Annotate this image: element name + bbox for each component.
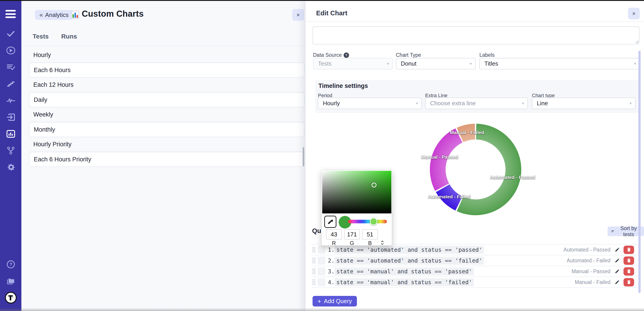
chevron-down-icon: ▼ (386, 62, 390, 66)
blue-input[interactable] (362, 229, 378, 239)
edit-pencil-icon[interactable] (614, 247, 620, 252)
chevron-down-icon: ▼ (634, 62, 637, 66)
tabs-divider (22, 46, 306, 46)
query-color-swatch[interactable] (318, 246, 325, 253)
labels-select[interactable]: Titles▼ (480, 58, 640, 69)
window-top-edge (0, 0, 644, 1)
list-check-icon[interactable] (0, 61, 22, 74)
period-select[interactable]: Hourly▼ (318, 98, 422, 109)
green-input[interactable] (344, 229, 360, 239)
edit-pencil-icon[interactable] (614, 279, 620, 285)
list-item-label: Monthly (34, 126, 55, 133)
left-panel-scrollbar[interactable] (303, 147, 304, 166)
tab-runs[interactable]: Runs (61, 33, 77, 40)
add-query-button[interactable]: + Add Query (312, 296, 357, 306)
query-title: Manual - Failed (575, 279, 610, 285)
app-logo[interactable] (0, 291, 22, 304)
blue-label: B (362, 240, 378, 246)
list-item[interactable]: Monthly (29, 122, 304, 137)
list-item[interactable]: Daily (29, 92, 304, 107)
extra-line-select[interactable]: Choose extra line▼ (425, 98, 528, 109)
list-item[interactable]: Each 6 Hours Priority (29, 152, 304, 167)
close-icon: × (296, 12, 300, 19)
page-title: Custom Charts (82, 9, 144, 19)
left-panel-close-button[interactable]: × (292, 9, 304, 21)
eyedropper-icon (327, 219, 334, 225)
query-code: state == 'manual' and status == 'passed' (334, 267, 474, 275)
folders-icon[interactable] (0, 275, 22, 287)
saturation-area[interactable] (322, 171, 391, 213)
query-title: Automated - Failed (567, 258, 610, 264)
hue-slider[interactable] (348, 220, 387, 223)
pulse-icon[interactable] (0, 94, 22, 107)
donut-chart[interactable]: Automated - PassedAutomated - FailedManu… (423, 117, 528, 222)
charts-list-panel: « Analytics Custom Charts × Tests Runs H… (22, 0, 306, 311)
description-textarea[interactable] (312, 26, 640, 44)
trash-icon (627, 258, 631, 263)
svg-text:?: ? (9, 262, 12, 267)
delete-query-button[interactable] (624, 278, 634, 286)
query-number: 4. (328, 279, 334, 285)
check-icon[interactable] (0, 28, 22, 40)
data-source-select[interactable]: Tests▼ (313, 58, 393, 69)
header-divider (306, 22, 644, 22)
list-item-label: Daily (34, 97, 47, 103)
trash-icon (627, 269, 631, 274)
query-code: state == 'automated' and status == 'fail… (334, 257, 484, 264)
color-mode-stepper-icon[interactable] (380, 240, 384, 245)
list-item[interactable]: Each 12 Hours (29, 78, 304, 92)
list-item-label: Each 12 Hours (33, 81, 74, 88)
chevron-down-icon: ▼ (415, 101, 418, 105)
bar-chart-icon-active[interactable] (0, 128, 22, 140)
timeline-settings-title: Timeline settings (318, 83, 368, 90)
hamburger-menu-icon[interactable] (6, 10, 16, 18)
play-circle-icon[interactable] (0, 44, 22, 57)
chart-type-label: Chart Type (396, 52, 421, 58)
query-title: Manual - Passed (572, 268, 610, 274)
sidebar: ? (0, 0, 22, 311)
query-color-swatch[interactable] (318, 267, 325, 275)
help-icon[interactable]: ? (344, 53, 349, 58)
list-item[interactable]: Weekly (29, 107, 304, 122)
timeline-chart-type-select[interactable]: Line▼ (532, 98, 636, 109)
trash-icon (627, 247, 631, 252)
eyedropper-button[interactable] (324, 216, 336, 228)
edit-chart-close-button[interactable]: × (628, 8, 640, 19)
window-bottom-edge (0, 308, 644, 311)
saturation-cursor[interactable] (372, 183, 376, 187)
drag-handle-icon[interactable] (312, 268, 316, 274)
trash-icon (627, 280, 631, 285)
query-color-swatch[interactable] (318, 278, 325, 286)
delete-query-button[interactable] (624, 246, 634, 254)
green-label: G (344, 240, 360, 246)
red-input[interactable] (326, 229, 342, 239)
list-item-label: Hourly (33, 52, 51, 59)
delete-query-button[interactable] (624, 256, 634, 265)
list-item[interactable]: Hourly (29, 48, 304, 63)
list-item[interactable]: Each 6 Hours (29, 63, 304, 78)
color-picker: R G B (321, 170, 392, 246)
query-code: state == 'automated' and status == 'pass… (334, 246, 484, 254)
branch-icon[interactable] (0, 144, 22, 157)
help-icon[interactable]: ? (0, 258, 22, 271)
edit-pencil-icon[interactable] (614, 258, 620, 263)
edit-pencil-icon[interactable] (614, 269, 620, 274)
gear-icon[interactable] (0, 161, 22, 174)
back-to-analytics-button[interactable]: « Analytics (35, 10, 73, 20)
list-item-label: Each 6 Hours Priority (34, 156, 91, 163)
steps-icon[interactable] (0, 78, 22, 90)
drag-handle-icon[interactable] (312, 257, 316, 264)
labels-label: Labels (480, 52, 495, 58)
list-item-label: Weekly (33, 111, 53, 118)
tab-tests[interactable]: Tests (33, 33, 49, 40)
query-color-swatch[interactable] (318, 257, 325, 264)
delete-query-button[interactable] (624, 267, 634, 276)
donut-segment[interactable] (430, 128, 462, 191)
sign-in-icon[interactable] (0, 111, 22, 124)
hue-slider-thumb[interactable] (370, 218, 378, 225)
list-item[interactable]: Hourly Priority (29, 137, 304, 152)
chart-type-select[interactable]: Donut▼ (396, 58, 476, 69)
drag-handle-icon[interactable] (312, 246, 316, 253)
edit-panel-scrollbar[interactable] (638, 51, 640, 293)
drag-handle-icon[interactable] (312, 279, 316, 285)
